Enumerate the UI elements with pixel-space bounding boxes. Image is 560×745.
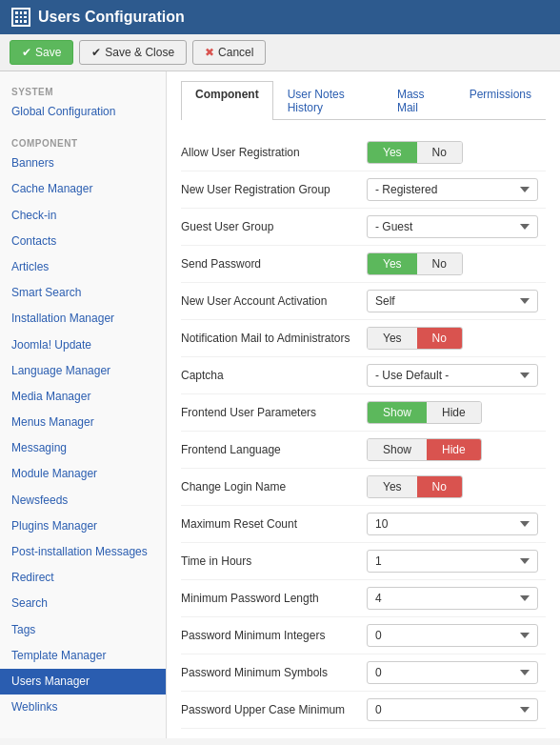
toggle-no-allow-user-registration[interactable]: No — [417, 142, 462, 163]
select-guest-user-group[interactable]: - Guest — [367, 215, 538, 238]
control-change-login-name: Yes No — [367, 475, 546, 498]
toggle-send-password: Yes No — [367, 252, 463, 275]
select-maximum-reset-count[interactable]: 10 — [367, 513, 538, 535]
sidebar-item-contacts[interactable]: Contacts — [0, 229, 166, 254]
toggle-frontend-language: Show Hide — [367, 438, 482, 461]
tab-user-notes-history[interactable]: User Notes History — [273, 81, 383, 120]
control-password-minimum-symbols: 0 — [367, 661, 546, 684]
sidebar-item-module-manager[interactable]: Module Manager — [0, 461, 166, 487]
toggle-yes-allow-user-registration[interactable]: Yes — [368, 142, 417, 163]
sidebar-item-smart-search[interactable]: Smart Search — [0, 280, 166, 306]
save-close-button[interactable]: ✔ Save & Close — [79, 40, 187, 65]
label-guest-user-group: Guest User Group — [181, 220, 367, 233]
sidebar-item-template-manager[interactable]: Template Manager — [0, 643, 166, 669]
row-notification-mail: Notification Mail to Administrators Yes … — [181, 320, 546, 357]
control-new-user-account-activation: Self — [367, 290, 546, 312]
control-captcha: - Use Default - — [367, 364, 546, 387]
sidebar-item-banners[interactable]: Banners — [0, 151, 166, 176]
sidebar-item-plugins-manager[interactable]: Plugins Manager — [0, 513, 166, 539]
toggle-show-frontend-user-parameters[interactable]: Show — [368, 402, 427, 423]
toggle-yes-notification-mail[interactable]: Yes — [368, 328, 417, 349]
sidebar-item-articles[interactable]: Articles — [0, 254, 166, 280]
sidebar-item-users-manager[interactable]: Users Manager — [0, 669, 166, 695]
form: Allow User Registration Yes No New User … — [181, 134, 546, 729]
row-captcha: Captcha - Use Default - — [181, 357, 546, 394]
sidebar-item-language-manager[interactable]: Language Manager — [0, 358, 166, 384]
control-new-user-registration-group: - Registered — [367, 178, 546, 201]
toggle-allow-user-registration: Yes No — [367, 141, 463, 164]
row-new-user-account-activation: New User Account Activation Self — [181, 283, 546, 320]
control-frontend-user-parameters: Show Hide — [367, 401, 546, 424]
control-password-minimum-integers: 0 — [367, 624, 546, 647]
select-password-minimum-integers[interactable]: 0 — [367, 624, 538, 647]
label-allow-user-registration: Allow User Registration — [181, 146, 367, 159]
toggle-yes-send-password[interactable]: Yes — [368, 253, 417, 274]
label-frontend-user-parameters: Frontend User Parameters — [181, 406, 367, 419]
row-password-upper-case-minimum: Password Upper Case Minimum 0 — [181, 692, 546, 729]
sidebar-item-check-in[interactable]: Check-in — [0, 203, 166, 229]
main-layout: SYSTEM Global Configuration COMPONENT Ba… — [0, 71, 560, 738]
tab-component[interactable]: Component — [181, 81, 273, 120]
control-allow-user-registration: Yes No — [367, 141, 546, 164]
sidebar-item-messaging[interactable]: Messaging — [0, 435, 166, 461]
label-notification-mail: Notification Mail to Administrators — [181, 332, 367, 345]
sidebar-item-post-installation[interactable]: Post-installation Messages — [0, 539, 166, 565]
toggle-hide-frontend-language[interactable]: Hide — [427, 439, 481, 460]
sidebar-section-component: COMPONENT — [0, 132, 166, 151]
sidebar-item-newsfeeds[interactable]: Newsfeeds — [0, 488, 166, 513]
check-icon: ✔ — [91, 46, 101, 59]
sidebar-item-global-configuration[interactable]: Global Configuration — [0, 99, 166, 125]
select-minimum-password-length[interactable]: 4 — [367, 587, 538, 610]
row-maximum-reset-count: Maximum Reset Count 10 — [181, 506, 546, 543]
control-maximum-reset-count: 10 — [367, 513, 546, 535]
row-password-minimum-integers: Password Minimum Integers 0 — [181, 617, 546, 654]
label-new-user-account-activation: New User Account Activation — [181, 294, 367, 308]
save-button[interactable]: ✔ Save — [10, 40, 73, 65]
tab-permissions[interactable]: Permissions — [455, 81, 546, 120]
label-password-minimum-integers: Password Minimum Integers — [181, 629, 367, 642]
select-password-upper-case-minimum[interactable]: 0 — [367, 698, 538, 721]
control-send-password: Yes No — [367, 252, 546, 275]
x-icon: ✖ — [205, 46, 214, 59]
row-allow-user-registration: Allow User Registration Yes No — [181, 134, 546, 171]
control-password-upper-case-minimum: 0 — [367, 698, 546, 721]
row-frontend-user-parameters: Frontend User Parameters Show Hide — [181, 394, 546, 432]
label-captcha: Captcha — [181, 369, 367, 382]
label-password-upper-case-minimum: Password Upper Case Minimum — [181, 703, 367, 716]
sidebar-item-joomla-update[interactable]: Joomla! Update — [0, 332, 166, 358]
sidebar-item-menus-manager[interactable]: Menus Manager — [0, 410, 166, 435]
row-minimum-password-length: Minimum Password Length 4 — [181, 580, 546, 617]
select-time-in-hours[interactable]: 1 — [367, 550, 538, 573]
row-frontend-language: Frontend Language Show Hide — [181, 432, 546, 469]
control-guest-user-group: - Guest — [367, 215, 546, 238]
label-new-user-registration-group: New User Registration Group — [181, 183, 367, 196]
sidebar-item-cache-manager[interactable]: Cache Manager — [0, 176, 166, 202]
label-minimum-password-length: Minimum Password Length — [181, 592, 367, 605]
control-frontend-language: Show Hide — [367, 438, 546, 461]
sidebar-section-system: SYSTEM — [0, 81, 166, 99]
sidebar-item-weblinks[interactable]: Weblinks — [0, 695, 166, 720]
sidebar-item-redirect[interactable]: Redirect — [0, 565, 166, 591]
row-change-login-name: Change Login Name Yes No — [181, 469, 546, 506]
label-change-login-name: Change Login Name — [181, 480, 367, 493]
toggle-show-frontend-language[interactable]: Show — [368, 439, 427, 460]
select-new-user-registration-group[interactable]: - Registered — [367, 178, 538, 201]
toggle-yes-change-login-name[interactable]: Yes — [368, 476, 417, 497]
select-password-minimum-symbols[interactable]: 0 — [367, 661, 538, 684]
toggle-no-send-password[interactable]: No — [417, 253, 462, 274]
select-new-user-account-activation[interactable]: Self — [367, 290, 538, 312]
title-bar: Users Configuration — [0, 0, 560, 34]
select-captcha[interactable]: - Use Default - — [367, 364, 538, 387]
sidebar-item-search[interactable]: Search — [0, 591, 166, 616]
toggle-no-notification-mail[interactable]: No — [417, 328, 462, 349]
sidebar-item-media-manager[interactable]: Media Manager — [0, 384, 166, 410]
label-password-minimum-symbols: Password Minimum Symbols — [181, 666, 367, 679]
sidebar-item-installation-manager[interactable]: Installation Manager — [0, 306, 166, 332]
toggle-no-change-login-name[interactable]: No — [417, 476, 462, 497]
tab-mass-mail[interactable]: Mass Mail — [383, 81, 455, 120]
toggle-hide-frontend-user-parameters[interactable]: Hide — [427, 402, 481, 423]
toggle-frontend-user-parameters: Show Hide — [367, 401, 482, 424]
sidebar-item-tags[interactable]: Tags — [0, 617, 166, 643]
grid-icon — [11, 8, 30, 27]
cancel-button[interactable]: ✖ Cancel — [192, 40, 266, 65]
